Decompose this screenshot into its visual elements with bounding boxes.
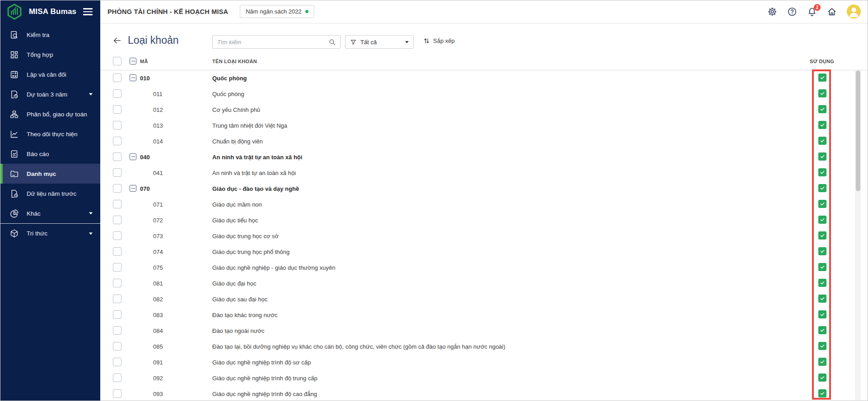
row-checkbox[interactable] <box>113 89 121 98</box>
home-icon[interactable] <box>827 7 837 17</box>
collapse-row-icon[interactable] <box>130 74 136 81</box>
search-input[interactable] <box>213 39 328 46</box>
row-name: Trung tâm nhiệt đới Việt Nga <box>212 122 287 129</box>
scrollbar-thumb[interactable] <box>856 70 860 191</box>
used-checkbox[interactable] <box>818 121 826 129</box>
hamburger-menu-icon[interactable] <box>83 8 93 15</box>
used-checkbox[interactable] <box>818 247 826 255</box>
back-arrow-button[interactable] <box>112 36 122 46</box>
row-checkbox[interactable] <box>113 121 121 129</box>
notification-bell-icon[interactable]: 2 <box>807 7 817 17</box>
row-checkbox[interactable] <box>113 358 121 366</box>
row-name: Giáo dục tiểu học <box>212 217 258 223</box>
sidebar-item-phan-bo-giao-du-toan[interactable]: Phân bổ, giao dự toán <box>0 104 100 124</box>
sidebar-item-label: Khác <box>27 210 41 217</box>
main-content: Loại khoản Tất cả Sắp xếp MÃ TÊN LOẠI KH… <box>100 23 868 401</box>
sidebar-item-khac[interactable]: Khác <box>0 203 100 223</box>
notification-count-badge: 2 <box>814 4 821 11</box>
row-name: An ninh và trật tự an toàn xã hội <box>212 169 296 176</box>
pie-icon <box>9 209 19 218</box>
top-header: PHÒNG TÀI CHÍNH - KẾ HOẠCH MISA Năm ngân… <box>100 0 868 23</box>
table-row: 070 Giáo dục - đào tạo và dạy nghề <box>100 180 868 196</box>
budget-year-badge[interactable]: Năm ngân sách 2022 <box>240 5 314 18</box>
used-checkbox[interactable] <box>818 342 826 350</box>
sidebar-item-tri-thuc[interactable]: Tri thức <box>0 223 100 243</box>
row-checkbox[interactable] <box>113 231 121 240</box>
sidebar: MISA Bumas Kiểm tra Tổng hợp Lập và cân … <box>0 0 100 401</box>
sidebar-item-label: Tri thức <box>27 230 47 237</box>
table-row: 014 Chuẩn bị động viên <box>100 133 868 149</box>
collapse-all-icon[interactable] <box>130 58 136 65</box>
used-checkbox[interactable] <box>818 231 826 240</box>
row-checkbox[interactable] <box>113 373 121 382</box>
used-checkbox[interactable] <box>818 310 826 318</box>
used-checkbox[interactable] <box>818 137 826 145</box>
used-checkbox[interactable] <box>818 358 826 366</box>
user-avatar[interactable] <box>847 5 861 18</box>
used-checkbox[interactable] <box>818 263 826 271</box>
used-checkbox[interactable] <box>818 105 826 113</box>
sidebar-item-lap-va-can-doi[interactable]: Lập và cân đối <box>0 65 100 84</box>
settings-gear-icon[interactable] <box>767 7 777 17</box>
select-all-checkbox[interactable] <box>113 57 121 65</box>
row-code: 085 <box>153 343 163 350</box>
table-row: 010 Quốc phòng <box>100 70 868 86</box>
row-code: 010 <box>140 74 150 81</box>
vertical-scrollbar[interactable] <box>855 69 861 400</box>
sidebar-item-danh-muc[interactable]: Danh mục <box>0 164 100 184</box>
row-checkbox[interactable] <box>113 389 121 398</box>
row-checkbox[interactable] <box>113 342 121 350</box>
used-checkbox[interactable] <box>818 184 826 192</box>
row-code: 013 <box>153 122 163 129</box>
row-checkbox[interactable] <box>113 105 121 114</box>
row-name: Quốc phòng <box>212 90 244 97</box>
sidebar-item-kiem-tra[interactable]: Kiểm tra <box>0 25 100 45</box>
used-checkbox[interactable] <box>818 89 826 97</box>
used-checkbox[interactable] <box>818 152 826 161</box>
row-checkbox[interactable] <box>113 137 121 145</box>
used-checkbox[interactable] <box>818 326 826 334</box>
brand-name: MISA Bumas <box>29 7 76 16</box>
row-code: 081 <box>153 280 163 286</box>
row-name: Giáo dục đại học <box>212 280 257 286</box>
search-icon[interactable] <box>328 38 336 46</box>
row-code: 072 <box>153 217 163 223</box>
green-dot-icon <box>305 10 308 13</box>
sidebar-item-tong-hop[interactable]: Tổng hợp <box>0 45 100 65</box>
sidebar-item-theo-doi-thuc-hien[interactable]: Theo dõi thực hiện <box>0 124 100 144</box>
row-code: 093 <box>153 390 163 397</box>
used-checkbox[interactable] <box>818 295 826 303</box>
filter-dropdown[interactable]: Tất cả <box>345 35 414 49</box>
row-name: Giáo dục sau đại học <box>212 295 267 302</box>
sidebar-item-du-toan-3-nam[interactable]: Dự toán 3 năm <box>0 84 100 104</box>
row-code: 075 <box>153 264 163 271</box>
row-checkbox[interactable] <box>113 326 121 335</box>
used-checkbox[interactable] <box>818 389 826 397</box>
used-checkbox[interactable] <box>818 200 826 208</box>
row-name: Giáo dục mầm non <box>212 201 262 207</box>
row-checkbox[interactable] <box>113 184 121 193</box>
help-icon[interactable] <box>787 7 797 17</box>
row-checkbox[interactable] <box>113 168 121 177</box>
collapse-row-icon[interactable] <box>130 153 136 160</box>
row-checkbox[interactable] <box>113 263 121 272</box>
row-checkbox[interactable] <box>113 200 121 208</box>
sidebar-item-bao-cao[interactable]: Báo cáo <box>0 144 100 164</box>
used-checkbox[interactable] <box>818 168 826 176</box>
row-checkbox[interactable] <box>113 247 121 256</box>
row-checkbox[interactable] <box>113 216 121 224</box>
row-checkbox[interactable] <box>113 310 121 319</box>
used-checkbox[interactable] <box>818 216 826 224</box>
used-checkbox[interactable] <box>818 279 826 287</box>
used-checkbox[interactable] <box>818 74 826 82</box>
sort-button[interactable]: Sắp xếp <box>423 37 455 45</box>
collapse-row-icon[interactable] <box>130 185 136 192</box>
row-checkbox[interactable] <box>113 74 121 82</box>
table-row: 093 Giáo dục nghề nghiệp trình độ cao đẳ… <box>100 386 868 401</box>
row-checkbox[interactable] <box>113 279 121 287</box>
row-checkbox[interactable] <box>113 295 121 303</box>
sidebar-item-du-lieu-nam-truoc[interactable]: Dữ liệu năm trước <box>0 184 100 203</box>
used-checkbox[interactable] <box>818 373 826 382</box>
row-checkbox[interactable] <box>113 152 121 161</box>
row-code: 040 <box>140 153 150 160</box>
